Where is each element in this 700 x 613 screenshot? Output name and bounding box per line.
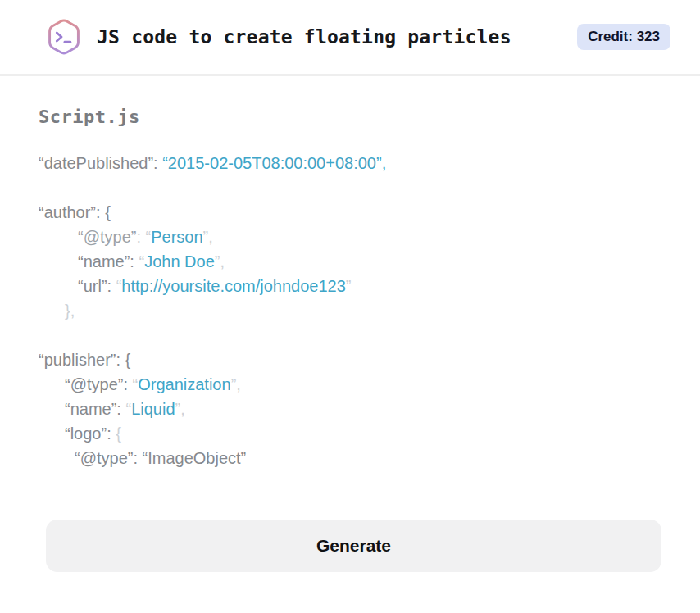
generate-button[interactable]: Generate	[46, 520, 661, 572]
prompt-chevron-icon	[57, 33, 61, 41]
code-line	[39, 323, 661, 347]
code-token-faded: ”,	[175, 400, 185, 418]
code-token-value: Liquid	[131, 400, 175, 418]
terminal-hexagon-logo-icon	[46, 17, 82, 57]
credit-badge: Credit: 323	[577, 24, 670, 50]
page-title: JS code to create floating particles	[97, 26, 511, 48]
code-line: “@type”: “Organization”,	[39, 372, 661, 397]
code-token-value: Organization	[138, 375, 230, 393]
code-line: “name”: “John Doe”,	[39, 249, 661, 274]
code-line: “@type”: “Person”,	[39, 225, 661, 249]
code-token-faded: ”	[346, 277, 352, 295]
main-content: Script.js “datePublished”: “2015-02-05T0…	[0, 107, 700, 470]
code-line: “publisher”: {	[39, 347, 661, 372]
code-token-key: “name”:	[65, 400, 125, 418]
button-row: Generate	[0, 520, 700, 572]
code-token-key: “publisher”: {	[39, 351, 130, 369]
code-token-keylight: “@type”	[78, 228, 136, 246]
code-token-key: “url”:	[78, 277, 116, 295]
code-token-key: “datePublished”:	[39, 154, 162, 172]
code-block: “datePublished”: “2015-02-05T08:00:00+08…	[39, 151, 661, 470]
code-token-key: “@type”: “ImageObject”	[75, 449, 246, 467]
code-line: “datePublished”: “2015-02-05T08:00:00+08…	[39, 151, 661, 175]
code-token-faded: ”,	[215, 252, 225, 270]
code-line: “logo”: {	[39, 421, 661, 446]
code-line: “name”: “Liquid”,	[39, 397, 661, 421]
script-filename-label: Script.js	[39, 107, 661, 127]
hexagon-outline	[50, 20, 79, 53]
code-line	[39, 175, 661, 200]
code-line: “author”: {	[39, 200, 661, 225]
code-token-key: “logo”:	[65, 425, 116, 443]
code-token-faded: ”,	[203, 228, 213, 246]
code-token-faded: :	[136, 228, 145, 246]
code-line: “url”: “http://yoursite.com/johndoe123”	[39, 274, 661, 298]
code-token-faded: ”,	[231, 375, 241, 393]
code-line: “@type”: “ImageObject”	[39, 446, 661, 470]
code-token-key: “author”: {	[39, 203, 111, 221]
code-token-value: “2015-02-05T08:00:00+08:00”,	[162, 154, 386, 172]
code-token-faded: {	[116, 425, 121, 443]
code-line: },	[39, 298, 661, 323]
code-token-faded: },	[65, 302, 75, 320]
code-token-value: http://yoursite.com/johndoe123	[121, 277, 346, 295]
code-token-value: Person	[151, 228, 202, 246]
code-token-key: “@type”:	[65, 375, 133, 393]
code-token-value: John Doe	[144, 252, 215, 270]
header: JS code to create floating particles Cre…	[0, 0, 700, 76]
code-token-key: “name”:	[78, 252, 139, 270]
